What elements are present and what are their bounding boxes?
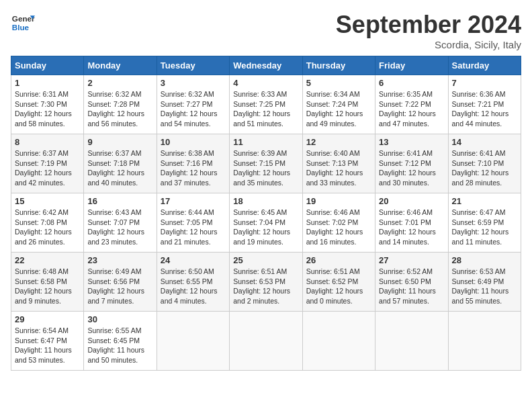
calendar-header-row: SundayMondayTuesdayWednesdayThursdayFrid… (11, 56, 521, 75)
day-info: Sunrise: 6:44 AM Sunset: 7:05 PM Dayligh… (161, 208, 226, 247)
day-info: Sunrise: 6:35 AM Sunset: 7:22 PM Dayligh… (379, 89, 444, 129)
day-info: Sunrise: 6:43 AM Sunset: 7:07 PM Dayligh… (87, 208, 152, 247)
calendar-cell: 24 Sunrise: 6:50 AM Sunset: 6:55 PM Dayl… (157, 253, 229, 312)
day-number: 9 (87, 137, 152, 147)
day-number: 15 (15, 196, 80, 206)
day-number: 26 (306, 255, 371, 265)
day-info: Sunrise: 6:39 AM Sunset: 7:15 PM Dayligh… (233, 148, 298, 188)
header-sunday: Sunday (11, 56, 84, 75)
calendar-cell: 6 Sunrise: 6:35 AM Sunset: 7:22 PM Dayli… (375, 75, 448, 134)
calendar-cell: 15 Sunrise: 6:42 AM Sunset: 7:08 PM Dayl… (11, 193, 84, 253)
day-number: 7 (452, 78, 517, 88)
day-number: 29 (15, 314, 80, 324)
day-number: 3 (161, 78, 226, 88)
day-number: 25 (233, 255, 298, 265)
day-number: 1 (15, 78, 80, 88)
day-number: 13 (379, 137, 444, 147)
calendar-week-1: 8 Sunrise: 6:37 AM Sunset: 7:19 PM Dayli… (11, 134, 521, 193)
calendar-cell: 16 Sunrise: 6:43 AM Sunset: 7:07 PM Dayl… (84, 193, 157, 253)
day-number: 30 (87, 314, 152, 324)
location: Scordia, Sicily, Italy (336, 39, 521, 50)
header-thursday: Thursday (302, 56, 375, 75)
calendar-cell: 19 Sunrise: 6:46 AM Sunset: 7:02 PM Dayl… (302, 193, 375, 253)
calendar-cell: 30 Sunrise: 6:55 AM Sunset: 6:45 PM Dayl… (84, 312, 157, 371)
day-info: Sunrise: 6:48 AM Sunset: 6:58 PM Dayligh… (15, 267, 80, 306)
day-number: 27 (379, 255, 444, 265)
calendar-cell: 3 Sunrise: 6:32 AM Sunset: 7:27 PM Dayli… (157, 75, 229, 134)
day-number: 14 (452, 137, 517, 147)
calendar-cell (448, 312, 521, 371)
day-number: 18 (233, 196, 298, 206)
day-info: Sunrise: 6:31 AM Sunset: 7:30 PM Dayligh… (15, 89, 80, 129)
day-number: 20 (379, 196, 444, 206)
day-number: 2 (87, 78, 152, 88)
header-tuesday: Tuesday (157, 56, 229, 75)
calendar-cell: 28 Sunrise: 6:53 AM Sunset: 6:49 PM Dayl… (448, 253, 521, 312)
day-info: Sunrise: 6:38 AM Sunset: 7:16 PM Dayligh… (161, 148, 226, 188)
day-number: 4 (233, 78, 298, 88)
calendar-cell: 13 Sunrise: 6:41 AM Sunset: 7:12 PM Dayl… (375, 134, 448, 193)
day-number: 6 (379, 78, 444, 88)
calendar-cell: 21 Sunrise: 6:47 AM Sunset: 6:59 PM Dayl… (448, 193, 521, 253)
header-friday: Friday (375, 56, 448, 75)
day-info: Sunrise: 6:49 AM Sunset: 6:56 PM Dayligh… (87, 267, 152, 306)
day-number: 17 (161, 196, 226, 206)
day-info: Sunrise: 6:37 AM Sunset: 7:18 PM Dayligh… (87, 148, 152, 188)
calendar-week-2: 15 Sunrise: 6:42 AM Sunset: 7:08 PM Dayl… (11, 193, 521, 253)
day-info: Sunrise: 6:47 AM Sunset: 6:59 PM Dayligh… (452, 208, 517, 247)
calendar-cell: 23 Sunrise: 6:49 AM Sunset: 6:56 PM Dayl… (84, 253, 157, 312)
day-info: Sunrise: 6:52 AM Sunset: 6:50 PM Dayligh… (379, 267, 444, 306)
day-info: Sunrise: 6:51 AM Sunset: 6:53 PM Dayligh… (233, 267, 298, 306)
day-info: Sunrise: 6:36 AM Sunset: 7:21 PM Dayligh… (452, 89, 517, 129)
day-number: 8 (15, 137, 80, 147)
page-header: General Blue September 2024 Scordia, Sic… (11, 11, 521, 50)
day-info: Sunrise: 6:34 AM Sunset: 7:24 PM Dayligh… (306, 89, 371, 129)
day-number: 21 (452, 196, 517, 206)
calendar-cell: 4 Sunrise: 6:33 AM Sunset: 7:25 PM Dayli… (230, 75, 302, 134)
calendar-cell: 20 Sunrise: 6:46 AM Sunset: 7:01 PM Dayl… (375, 193, 448, 253)
calendar-cell: 1 Sunrise: 6:31 AM Sunset: 7:30 PM Dayli… (11, 75, 84, 134)
day-info: Sunrise: 6:40 AM Sunset: 7:13 PM Dayligh… (306, 148, 371, 188)
header-monday: Monday (84, 56, 157, 75)
day-info: Sunrise: 6:41 AM Sunset: 7:10 PM Dayligh… (452, 148, 517, 188)
calendar-cell (230, 312, 302, 371)
header-saturday: Saturday (448, 56, 521, 75)
day-info: Sunrise: 6:50 AM Sunset: 6:55 PM Dayligh… (161, 267, 226, 306)
calendar-cell: 27 Sunrise: 6:52 AM Sunset: 6:50 PM Dayl… (375, 253, 448, 312)
calendar-week-3: 22 Sunrise: 6:48 AM Sunset: 6:58 PM Dayl… (11, 253, 521, 312)
svg-text:Blue: Blue (12, 23, 30, 32)
day-number: 12 (306, 137, 371, 147)
calendar-cell: 7 Sunrise: 6:36 AM Sunset: 7:21 PM Dayli… (448, 75, 521, 134)
logo: General Blue (11, 11, 35, 35)
calendar-cell: 9 Sunrise: 6:37 AM Sunset: 7:18 PM Dayli… (84, 134, 157, 193)
calendar-cell: 14 Sunrise: 6:41 AM Sunset: 7:10 PM Dayl… (448, 134, 521, 193)
day-number: 24 (161, 255, 226, 265)
day-info: Sunrise: 6:54 AM Sunset: 6:47 PM Dayligh… (15, 326, 80, 365)
calendar-cell (375, 312, 448, 371)
day-number: 19 (306, 196, 371, 206)
day-info: Sunrise: 6:55 AM Sunset: 6:45 PM Dayligh… (87, 326, 152, 365)
day-info: Sunrise: 6:37 AM Sunset: 7:19 PM Dayligh… (15, 148, 80, 188)
calendar-cell: 11 Sunrise: 6:39 AM Sunset: 7:15 PM Dayl… (230, 134, 302, 193)
calendar-cell: 5 Sunrise: 6:34 AM Sunset: 7:24 PM Dayli… (302, 75, 375, 134)
calendar-cell (302, 312, 375, 371)
day-info: Sunrise: 6:51 AM Sunset: 6:52 PM Dayligh… (306, 267, 371, 306)
day-number: 16 (87, 196, 152, 206)
calendar-cell: 26 Sunrise: 6:51 AM Sunset: 6:52 PM Dayl… (302, 253, 375, 312)
day-info: Sunrise: 6:32 AM Sunset: 7:28 PM Dayligh… (87, 89, 152, 129)
calendar-week-4: 29 Sunrise: 6:54 AM Sunset: 6:47 PM Dayl… (11, 312, 521, 371)
calendar-week-0: 1 Sunrise: 6:31 AM Sunset: 7:30 PM Dayli… (11, 75, 521, 134)
day-number: 22 (15, 255, 80, 265)
day-info: Sunrise: 6:32 AM Sunset: 7:27 PM Dayligh… (161, 89, 226, 129)
calendar-cell: 29 Sunrise: 6:54 AM Sunset: 6:47 PM Dayl… (11, 312, 84, 371)
title-area: September 2024 Scordia, Sicily, Italy (336, 11, 521, 50)
day-number: 10 (161, 137, 226, 147)
day-info: Sunrise: 6:41 AM Sunset: 7:12 PM Dayligh… (379, 148, 444, 188)
day-info: Sunrise: 6:46 AM Sunset: 7:02 PM Dayligh… (306, 208, 371, 247)
calendar-cell: 12 Sunrise: 6:40 AM Sunset: 7:13 PM Dayl… (302, 134, 375, 193)
day-number: 11 (233, 137, 298, 147)
calendar-cell: 25 Sunrise: 6:51 AM Sunset: 6:53 PM Dayl… (230, 253, 302, 312)
month-title: September 2024 (336, 11, 521, 39)
calendar-cell: 18 Sunrise: 6:45 AM Sunset: 7:04 PM Dayl… (230, 193, 302, 253)
calendar-cell: 8 Sunrise: 6:37 AM Sunset: 7:19 PM Dayli… (11, 134, 84, 193)
